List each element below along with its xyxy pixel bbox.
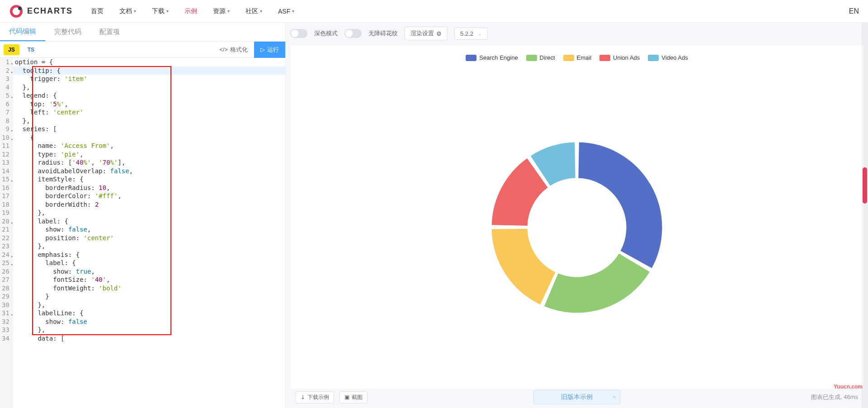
code-line[interactable]: },	[13, 326, 285, 334]
camera-icon: ▣	[344, 394, 349, 400]
code-line[interactable]: trigger: 'item'	[13, 75, 285, 83]
code-line[interactable]: show: true,	[13, 267, 285, 276]
a11y-label: 无障碍花纹	[368, 29, 398, 38]
close-icon[interactable]: ×	[613, 394, 616, 401]
sub-tab-0[interactable]: 代码编辑	[0, 23, 45, 41]
code-line[interactable]: borderRadius: 10,	[13, 184, 285, 192]
code-line[interactable]: show: false	[13, 318, 285, 326]
logo[interactable]: ECHARTS	[9, 4, 73, 19]
code-body[interactable]: option = { tooltip: { trigger: 'item' },…	[13, 58, 285, 408]
code-line[interactable]: },	[13, 117, 285, 125]
version-select[interactable]: 5.2.2 ⌄	[454, 28, 488, 40]
code-line[interactable]: fontWeight: 'bold'	[13, 284, 285, 293]
code-line[interactable]: itemStyle: {	[13, 175, 285, 184]
nav-item-5[interactable]: 社区▾	[245, 2, 262, 21]
sub-tab-2[interactable]: 配置项	[90, 23, 129, 41]
code-line[interactable]: borderWidth: 2	[13, 200, 285, 209]
nav-item-3[interactable]: 示例	[184, 2, 197, 21]
code-line[interactable]: option = {	[13, 58, 285, 66]
code-line[interactable]: labelLine: {	[13, 309, 285, 318]
donut-slice[interactable]	[578, 142, 663, 269]
nav-item-6[interactable]: ASF▾	[278, 2, 294, 21]
code-line[interactable]: {	[13, 133, 285, 142]
render-settings-button[interactable]: 渲染设置 ⚙	[405, 27, 448, 40]
render-status: 图表已生成, 46ms	[811, 393, 858, 401]
preview-footer: ⤓ 下载示例 ▣ 截图 旧版本示例 × 图表已生成, 46ms	[290, 389, 863, 405]
nav-item-4[interactable]: 资源▾	[213, 2, 230, 21]
code-line[interactable]: left: 'center'	[13, 108, 285, 117]
donut-chart[interactable]	[473, 123, 681, 332]
code-line[interactable]: series: [	[13, 125, 285, 133]
logo-icon	[9, 4, 24, 19]
code-editor[interactable]: 1▾2▾345▾6789▾10▾1112131415▾1617181920▾21…	[0, 58, 285, 408]
code-line[interactable]: tooltip: {	[13, 66, 285, 75]
run-button[interactable]: ▷ 运行	[254, 42, 285, 58]
nav-item-2[interactable]: 下载▾	[152, 2, 169, 21]
code-icon: </>	[219, 46, 228, 53]
chart-canvas: Search EngineDirectEmailUnion AdsVideo A…	[290, 45, 863, 389]
legend-item[interactable]: Direct	[526, 54, 555, 61]
screenshot-label: 截图	[352, 394, 363, 401]
screenshot-button[interactable]: ▣ 截图	[340, 391, 368, 403]
main-nav: 首页文档▾下载▾示例资源▾社区▾ASF▾	[91, 2, 294, 21]
code-line[interactable]: show: false,	[13, 225, 285, 234]
legend-swatch	[648, 55, 659, 61]
format-label: 格式化	[230, 46, 248, 54]
legend-item[interactable]: Union Ads	[599, 54, 640, 61]
chevron-down-icon: ▾	[292, 9, 294, 14]
version-value: 5.2.2	[460, 30, 473, 37]
chevron-down-icon: ▾	[260, 9, 262, 14]
download-label: 下载示例	[307, 394, 329, 401]
code-line[interactable]: },	[13, 242, 285, 251]
legend-item[interactable]: Email	[563, 54, 592, 61]
code-line[interactable]: type: 'pie',	[13, 150, 285, 159]
code-line[interactable]: data: [	[13, 334, 285, 343]
code-line[interactable]: radius: ['40%', '70%'],	[13, 158, 285, 167]
code-line[interactable]: position: 'center'	[13, 234, 285, 242]
line-gutter: 1▾2▾345▾6789▾10▾1112131415▾1617181920▾21…	[0, 58, 13, 408]
code-line[interactable]: avoidLabelOverlap: false,	[13, 167, 285, 176]
main-content: 代码编辑完整代码配置项 JS TS </> 格式化 ▷ 运行 1▾2▾345▾6…	[0, 23, 868, 408]
code-line[interactable]: },	[13, 83, 285, 92]
chevron-down-icon: ▾	[227, 9, 230, 14]
scrollbar[interactable]	[862, 23, 868, 408]
format-button[interactable]: </> 格式化	[213, 42, 254, 58]
code-line[interactable]: name: 'Access From',	[13, 142, 285, 150]
old-version-banner[interactable]: 旧版本示例 ×	[533, 390, 620, 404]
render-label: 渲染设置	[410, 29, 434, 38]
a11y-toggle[interactable]	[344, 29, 362, 38]
download-example-button[interactable]: ⤓ 下载示例	[296, 391, 334, 403]
code-line[interactable]: },	[13, 209, 285, 217]
legend-swatch	[466, 55, 476, 61]
legend-item[interactable]: Video Ads	[648, 54, 688, 61]
preview-pane: 深色模式 无障碍花纹 渲染设置 ⚙ 5.2.2 ⌄ Search EngineD…	[286, 23, 868, 408]
chevron-down-icon: ⌄	[478, 31, 482, 37]
donut-slice[interactable]	[543, 252, 651, 313]
code-line[interactable]: legend: {	[13, 91, 285, 100]
code-line[interactable]: }	[13, 292, 285, 301]
legend-label: Email	[577, 54, 592, 61]
code-line[interactable]: label: {	[13, 259, 285, 267]
code-line[interactable]: emphasis: {	[13, 251, 285, 259]
dark-mode-toggle[interactable]	[290, 29, 307, 38]
language-switch[interactable]: EN	[849, 7, 859, 15]
code-line[interactable]: borderColor: '#fff',	[13, 192, 285, 200]
nav-item-1[interactable]: 文档▾	[119, 2, 136, 21]
legend-item[interactable]: Search Engine	[466, 54, 518, 61]
donut-slice[interactable]	[491, 228, 556, 305]
sub-tab-1[interactable]: 完整代码	[45, 23, 90, 41]
chevron-down-icon: ▾	[166, 9, 169, 14]
code-line[interactable]: label: {	[13, 217, 285, 226]
nav-item-0[interactable]: 首页	[91, 2, 104, 21]
editor-tabs: 代码编辑完整代码配置项	[0, 23, 285, 42]
legend-swatch	[599, 55, 610, 61]
gear-icon: ⚙	[436, 30, 442, 37]
chevron-down-icon: ▾	[134, 9, 136, 14]
code-line[interactable]: fontSize: '40',	[13, 275, 285, 284]
code-line[interactable]: },	[13, 301, 285, 309]
preview-controls: 深色模式 无障碍花纹 渲染设置 ⚙ 5.2.2 ⌄	[290, 25, 863, 42]
top-header: ECHARTS 首页文档▾下载▾示例资源▾社区▾ASF▾ EN	[0, 0, 868, 23]
lang-ts-button[interactable]: TS	[23, 44, 39, 55]
code-line[interactable]: top: '5%',	[13, 100, 285, 109]
lang-js-button[interactable]: JS	[4, 44, 19, 55]
